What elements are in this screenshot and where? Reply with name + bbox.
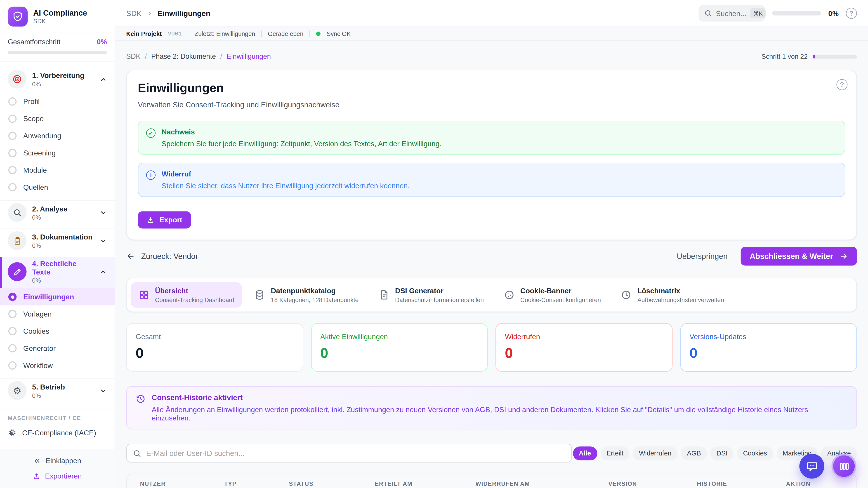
filter-row: Alle Erteilt Widerrufen AGB DSI Cookies … — [126, 444, 857, 463]
user-search-input[interactable] — [146, 449, 565, 457]
item-label: Anwendung — [23, 132, 61, 140]
crumb-sdk[interactable]: SDK — [126, 53, 141, 60]
sidebar-item-anwendung[interactable]: Anwendung — [0, 127, 115, 144]
next-label: Abschliessen & Weiter — [750, 252, 833, 261]
sidebar-header: AI Compliance SDK — [0, 0, 115, 33]
notice-nachweis: ✓ Nachweis Speichern Sie fuer jede Einwi… — [138, 121, 845, 155]
clipboard-icon — [8, 231, 26, 250]
brand-text: AI Compliance SDK — [33, 8, 87, 25]
radio-icon — [8, 327, 17, 335]
chat-bubble-icon — [806, 460, 818, 472]
download-icon — [147, 216, 154, 224]
chevron-down-icon — [100, 237, 107, 244]
last-saved-time: Gerade eben — [268, 31, 303, 37]
section-progress: 0% — [32, 392, 65, 398]
tab-cookie-banner[interactable]: Cookie-BannerCookie-Consent konfiguriere… — [496, 282, 609, 308]
ce-compliance-label: CE-Compliance (IACE) — [22, 429, 96, 437]
tab-uebersicht[interactable]: ÜbersichtConsent-Tracking Dashboard — [131, 282, 242, 308]
search-icon — [704, 9, 712, 17]
sidebar-item-module[interactable]: Module — [0, 162, 115, 179]
tab-subtitle: Aufbewahrungsfristen verwalten — [638, 297, 724, 303]
chip-dsi[interactable]: DSI — [710, 447, 734, 460]
floating-buttons — [799, 454, 856, 479]
chip-icon — [8, 428, 17, 437]
section-title: 1. Vorbereitung — [32, 71, 84, 79]
chevron-up-icon — [100, 268, 107, 275]
chip-erteilt[interactable]: Erteilt — [600, 447, 629, 460]
sidebar-section-betrieb[interactable]: ⚙ 5. Betrieb 0% — [0, 379, 115, 404]
sidebar-section-analyse[interactable]: 2. Analyse 0% — [0, 200, 115, 226]
sidebar-item-cookies[interactable]: Cookies — [0, 323, 115, 340]
grid-icon — [138, 289, 149, 300]
tab-title: Datenpunktkatalog — [271, 287, 359, 295]
tab-subtitle: Datenschutzinformation erstellen — [395, 297, 484, 303]
col-erteilt-am: ERTEILT AM — [375, 480, 475, 487]
export-sidebar-button[interactable]: Exportieren — [33, 472, 82, 480]
crumb-phase[interactable]: Phase 2: Dokumente — [151, 53, 216, 60]
col-typ: TYP — [224, 480, 289, 487]
tab-subtitle: Consent-Tracking Dashboard — [155, 297, 235, 303]
arrow-left-icon — [126, 252, 135, 261]
stat-value: 0 — [135, 346, 293, 360]
sidebar-section-dokumentation[interactable]: 3. Dokumentation 0% — [0, 228, 115, 254]
shield-check-icon — [12, 11, 23, 22]
top-progress-bar — [772, 11, 821, 15]
sidebar-item-einwilligungen[interactable]: Einwilligungen — [0, 288, 115, 305]
sidebar-section-rechtliche-texte[interactable]: 4. Rechtliche Texte 0% — [0, 257, 115, 288]
sidebar-item-screening[interactable]: Screening — [0, 144, 115, 162]
content: SDK / Phase 2: Dokumente / Einwilligunge… — [115, 41, 868, 488]
sidebar-item-profil[interactable]: Profil — [0, 93, 115, 110]
global-search-button[interactable]: Suchen... ⌘K — [699, 5, 765, 22]
section-title: 2. Analyse — [32, 204, 67, 213]
search-icon — [133, 449, 141, 457]
item-label: Scope — [23, 115, 43, 123]
sidebar-item-workflow[interactable]: Workflow — [0, 357, 115, 374]
notice-widerruf: i Widerruf Stellen Sie sicher, dass Nutz… — [138, 163, 845, 197]
chip-agb[interactable]: AGB — [681, 447, 707, 460]
finish-next-button[interactable]: Abschliessen & Weiter — [741, 247, 857, 266]
tab-datenpunktkatalog[interactable]: Datenpunktkatalog18 Kategorien, 128 Date… — [246, 282, 366, 308]
export-label: Exportieren — [45, 472, 82, 480]
chevrons-left-icon — [33, 457, 41, 464]
chip-cookies[interactable]: Cookies — [737, 447, 773, 460]
top-progress-value: 0% — [828, 9, 839, 18]
item-label: Cookies — [23, 327, 49, 335]
collapse-sidebar-button[interactable]: Einklappen — [33, 456, 81, 465]
tab-dsi-generator[interactable]: DSI GeneratorDatenschutzinformation erst… — [371, 282, 491, 308]
check-circle-icon: ✓ — [146, 129, 156, 138]
chevron-down-icon — [100, 209, 107, 216]
notice-title: Widerruf — [162, 170, 410, 178]
export-button[interactable]: Export — [138, 212, 191, 229]
section-items: Profil Scope Anwendung Screening Module … — [0, 93, 115, 198]
skip-button[interactable]: Ueberspringen — [677, 252, 727, 261]
breadcrumb-root[interactable]: SDK — [126, 9, 142, 18]
target-icon — [8, 70, 26, 89]
export-button-label: Export — [159, 216, 182, 224]
magnifier-icon — [8, 203, 26, 222]
tab-loeschmatrix[interactable]: LöschmatrixAufbewahrungsfristen verwalte… — [613, 282, 732, 308]
help-icon[interactable]: ? — [836, 79, 847, 90]
sidebar-item-quellen[interactable]: Quellen — [0, 179, 115, 196]
radio-icon — [8, 310, 17, 318]
stat-value: 0 — [505, 346, 663, 360]
stat-label: Versions-Updates — [689, 332, 847, 341]
help-icon[interactable]: ? — [846, 8, 857, 19]
overall-progress-label: Gesamtfortschritt — [8, 38, 60, 46]
columns-fab-button[interactable] — [831, 454, 856, 479]
sidebar-section-vorbereitung[interactable]: 1. Vorbereitung 0% — [0, 65, 115, 93]
chevron-down-icon — [100, 387, 107, 394]
sidebar-item-vorlagen[interactable]: Vorlagen — [0, 305, 115, 323]
sidebar-item-ce-compliance[interactable]: CE-Compliance (IACE) — [0, 423, 115, 442]
chat-fab-button[interactable] — [799, 454, 824, 479]
back-button[interactable]: Zurueck: Vendor — [126, 252, 198, 261]
brand-name: AI Compliance — [33, 8, 87, 18]
chip-alle[interactable]: Alle — [572, 447, 597, 460]
sidebar-group-label: MASCHINENRECHT / CE — [0, 408, 115, 423]
sidebar-nav: 1. Vorbereitung 0% Profil Scope Anwendun… — [0, 62, 115, 449]
chip-widerrufen[interactable]: Widerrufen — [633, 447, 678, 460]
app-window: AI Compliance SDK Gesamtfortschritt 0% 1… — [0, 0, 868, 488]
gear-icon: ⚙ — [8, 381, 26, 400]
subtabs: ÜbersichtConsent-Tracking Dashboard Date… — [126, 278, 857, 312]
sidebar-item-scope[interactable]: Scope — [0, 110, 115, 127]
sidebar-item-generator[interactable]: Generator — [0, 340, 115, 357]
